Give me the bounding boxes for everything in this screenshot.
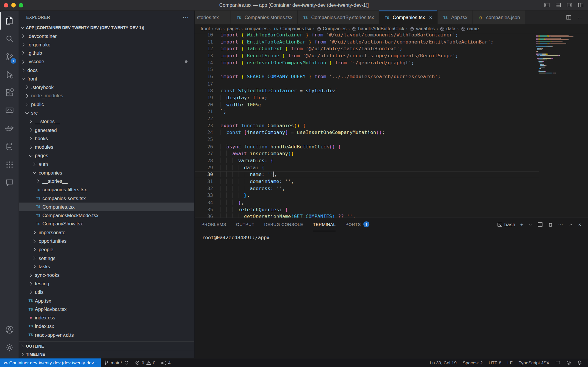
chevron-right-icon[interactable]: [31, 238, 37, 244]
breadcrumb-Companies[interactable]: Companies: [316, 26, 346, 31]
code-line-20[interactable]: 20 width: 100%;: [195, 101, 588, 108]
file-CompanyShow.tsx[interactable]: TSCompanyShow.tsx: [19, 220, 194, 228]
folder-src[interactable]: src: [19, 109, 194, 117]
chevron-right-icon[interactable]: [35, 178, 41, 184]
code-line-16[interactable]: 16import { SEARCH_COMPANY_QUERY } from '…: [195, 73, 588, 81]
workspace-section-header[interactable]: APP [CONTAINER DEV-TWENTY-DEV (DEV-TWENT…: [19, 24, 194, 32]
code-line-23[interactable]: 23export function Companies() {: [195, 122, 588, 129]
ports-status[interactable]: 4: [158, 358, 174, 367]
line-number[interactable]: 16: [195, 73, 213, 81]
chevron-down-icon[interactable]: [24, 110, 30, 116]
toggle-primary-sidebar-icon[interactable]: [544, 2, 550, 8]
chevron-down-icon[interactable]: [28, 153, 34, 158]
folder-.github[interactable]: .github: [19, 49, 194, 57]
folder-pages[interactable]: pages: [19, 151, 194, 160]
code-line-30[interactable]: 30 name: '',: [195, 171, 588, 178]
file-index.tsx[interactable]: TSindex.tsx: [19, 322, 194, 331]
kill-terminal-icon[interactable]: [548, 222, 553, 227]
chevron-down-icon[interactable]: [31, 170, 37, 176]
code-editor[interactable]: 10import { WithTopBarContainer } from '@…: [195, 33, 588, 217]
tab-companies.json[interactable]: {}companies.json: [473, 11, 525, 24]
folder-node_modules[interactable]: node_modules: [19, 92, 194, 100]
tab-Companies.stories.tsx[interactable]: TSCompanies.stories.tsx: [231, 11, 298, 24]
split-editor-icon[interactable]: [566, 15, 572, 20]
code-line-18[interactable]: 18const StyledTableContainer = styled.di…: [195, 87, 588, 94]
line-number[interactable]: 32: [195, 185, 213, 192]
line-number[interactable]: 28: [195, 157, 213, 164]
chevron-right-icon[interactable]: [31, 247, 37, 252]
file-Companies.tsx[interactable]: TSCompanies.tsx: [19, 202, 194, 211]
minimap[interactable]: [536, 35, 578, 74]
code-line-26[interactable]: 26 async function handleAddButtonClick()…: [195, 143, 588, 150]
file-index.css[interactable]: #index.css: [19, 314, 194, 322]
line-number[interactable]: 18: [195, 87, 213, 94]
activity-accounts-icon[interactable]: [0, 321, 19, 338]
chevron-right-icon[interactable]: [28, 144, 34, 150]
chevron-right-icon[interactable]: [28, 281, 34, 286]
code-line-17[interactable]: 17: [195, 81, 588, 88]
line-number[interactable]: 17: [195, 81, 213, 88]
encoding-status[interactable]: UTF-8: [486, 358, 505, 367]
close-tab-icon[interactable]: ×: [429, 14, 432, 21]
chevron-right-icon[interactable]: [24, 93, 30, 99]
problems-status[interactable]: 0 0: [132, 358, 158, 367]
code-line-24[interactable]: 24 const [insertCompany] = useInsertOneC…: [195, 129, 588, 136]
shell-selector[interactable]: bash: [497, 222, 515, 227]
line-number[interactable]: 25: [195, 136, 213, 143]
remote-indicator[interactable]: >< Container dev-twenty-dev (dev-twenty-…: [0, 358, 101, 367]
code-line-35[interactable]: 35 refetchQueries: [: [195, 206, 588, 213]
activity-extensions-icon[interactable]: [0, 83, 19, 101]
toggle-panel-icon[interactable]: [555, 2, 561, 8]
code-line-10[interactable]: 10import { WithTopBarContainer } from '@…: [195, 33, 588, 38]
chevron-right-icon[interactable]: [31, 264, 37, 269]
code-line-29[interactable]: 29 data: {: [195, 164, 588, 171]
line-number[interactable]: 29: [195, 164, 213, 171]
panel-tab-debug-console[interactable]: DEBUG CONSOLE: [264, 218, 303, 231]
line-number[interactable]: 26: [195, 143, 213, 150]
breadcrumb-variables[interactable]: variables: [410, 26, 435, 31]
code-line-33[interactable]: 33 },: [195, 192, 588, 199]
breadcrumb-companies[interactable]: companies: [245, 26, 268, 31]
panel-tab-ports[interactable]: PORTS1: [345, 218, 370, 231]
chevron-right-icon[interactable]: [28, 272, 34, 278]
line-number[interactable]: 10: [195, 33, 213, 38]
chevron-right-icon[interactable]: [31, 161, 37, 167]
activity-source-control-icon[interactable]: 1: [0, 48, 19, 66]
line-number[interactable]: 34: [195, 199, 213, 206]
tab-stories.tsx[interactable]: stories.tsx: [195, 11, 231, 24]
panel-tab-problems[interactable]: PROBLEMS: [201, 218, 226, 231]
folder-__stories__[interactable]: __stories__: [19, 177, 194, 185]
line-number[interactable]: 21: [195, 108, 213, 115]
file-AppNavbar.tsx[interactable]: TSAppNavbar.tsx: [19, 305, 194, 314]
folder-.devcontainer[interactable]: .devcontainer: [19, 32, 194, 40]
activity-run-and-debug-icon[interactable]: [0, 66, 19, 83]
activity-search-icon[interactable]: [0, 30, 19, 48]
line-number[interactable]: 30: [195, 171, 213, 178]
chevron-right-icon[interactable]: [28, 289, 34, 295]
line-number[interactable]: 19: [195, 94, 213, 101]
tab-App.tsx[interactable]: TSApp.tsx: [438, 11, 473, 24]
line-number[interactable]: 35: [195, 206, 213, 213]
activity-docker-icon[interactable]: [0, 120, 19, 138]
git-branch-status[interactable]: main*: [101, 358, 132, 367]
code-line-15[interactable]: 15: [195, 66, 588, 73]
chevron-right-icon[interactable]: [28, 135, 34, 141]
folder-.ergomake[interactable]: .ergomake: [19, 40, 194, 49]
line-number[interactable]: 12: [195, 46, 213, 53]
tab-Companies.tsx[interactable]: TSCompanies.tsx×: [379, 11, 438, 24]
panel-tab-output[interactable]: OUTPUT: [236, 218, 255, 231]
zoom-window-button[interactable]: [19, 3, 23, 7]
code-line-36[interactable]: 36 getOperationName(GET_COMPANIES) ?? ''…: [195, 213, 588, 218]
activity-comments-icon[interactable]: [0, 173, 19, 191]
folder-public[interactable]: public: [19, 100, 194, 109]
file-CompaniesMockMode.tsx[interactable]: TSCompaniesMockMode.tsx: [19, 211, 194, 219]
folder-people[interactable]: people: [19, 245, 194, 254]
line-number[interactable]: 23: [195, 122, 213, 129]
line-number[interactable]: 33: [195, 192, 213, 199]
chevron-right-icon[interactable]: [28, 118, 34, 124]
maximize-panel-icon[interactable]: [568, 222, 574, 227]
breadcrumb-front[interactable]: front: [201, 26, 210, 31]
line-number[interactable]: 31: [195, 178, 213, 185]
breadcrumb-src[interactable]: src: [215, 26, 221, 31]
line-number[interactable]: 22: [195, 115, 213, 123]
